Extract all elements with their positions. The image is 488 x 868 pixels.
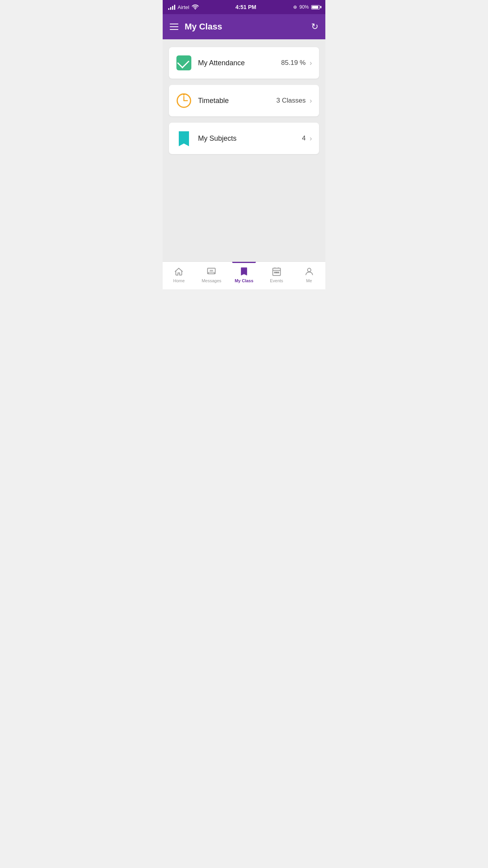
subjects-icon (176, 131, 192, 146)
status-right: ⊕ 90% (293, 4, 320, 10)
timetable-card-left: Timetable (176, 93, 229, 108)
status-bar: Airtel 4:51 PM ⊕ 90% (163, 0, 325, 14)
active-tab-indicator (232, 262, 256, 263)
attendance-card[interactable]: My Attendance 85.19 % › (169, 47, 319, 79)
myclass-nav-label: My Class (235, 278, 253, 283)
timetable-card-right: 3 Classes › (276, 97, 312, 105)
attendance-chevron-icon: › (310, 59, 312, 67)
nav-messages[interactable]: Messages (195, 265, 228, 285)
wifi-icon (192, 4, 199, 11)
refresh-button[interactable]: ↻ (311, 22, 318, 32)
subjects-chevron-icon: › (310, 134, 312, 143)
home-nav-label: Home (173, 278, 185, 283)
svg-point-7 (307, 268, 311, 272)
subjects-card-left: My Subjects (176, 131, 237, 146)
attendance-label: My Attendance (198, 59, 245, 67)
battery-icon (311, 5, 320, 9)
timetable-icon (176, 93, 192, 108)
svg-point-0 (194, 8, 196, 9)
subjects-card[interactable]: My Subjects 4 › (169, 123, 319, 154)
battery-percentage: 90% (299, 4, 309, 10)
app-header: My Class ↻ (163, 14, 325, 39)
messages-icon (206, 267, 216, 277)
me-icon (304, 267, 314, 277)
main-content: My Attendance 85.19 % › Timetable 3 Clas… (163, 39, 325, 261)
nav-home[interactable]: Home (163, 265, 195, 285)
svg-point-4 (183, 94, 185, 96)
attendance-value: 85.19 % (281, 59, 306, 67)
signal-bars (168, 4, 175, 10)
attendance-card-right: 85.19 % › (281, 59, 312, 67)
attendance-icon (176, 55, 192, 71)
timetable-card[interactable]: Timetable 3 Classes › (169, 85, 319, 116)
subjects-card-right: 4 › (302, 134, 312, 143)
attendance-card-left: My Attendance (176, 55, 245, 71)
hamburger-menu-button[interactable] (170, 24, 178, 30)
carrier-label: Airtel (178, 4, 189, 10)
page-title: My Class (185, 22, 222, 32)
myclass-icon (239, 267, 249, 277)
subjects-label: My Subjects (198, 134, 237, 143)
nav-me[interactable]: Me (293, 265, 325, 285)
nav-myclass[interactable]: My Class (228, 265, 261, 285)
messages-nav-label: Messages (202, 278, 221, 283)
timetable-value: 3 Classes (276, 97, 306, 105)
nav-events[interactable]: Events (260, 265, 293, 285)
events-icon (272, 267, 282, 277)
status-left: Airtel (168, 4, 199, 11)
lock-icon: ⊕ (293, 4, 297, 10)
me-nav-label: Me (306, 278, 312, 283)
subjects-value: 4 (302, 134, 306, 142)
events-nav-label: Events (270, 278, 283, 283)
bottom-navigation: Home Messages My Class (163, 261, 325, 289)
timetable-chevron-icon: › (310, 97, 312, 105)
home-icon (174, 267, 184, 277)
timetable-label: Timetable (198, 97, 229, 105)
header-left: My Class (170, 22, 222, 32)
time-display: 4:51 PM (235, 4, 256, 10)
